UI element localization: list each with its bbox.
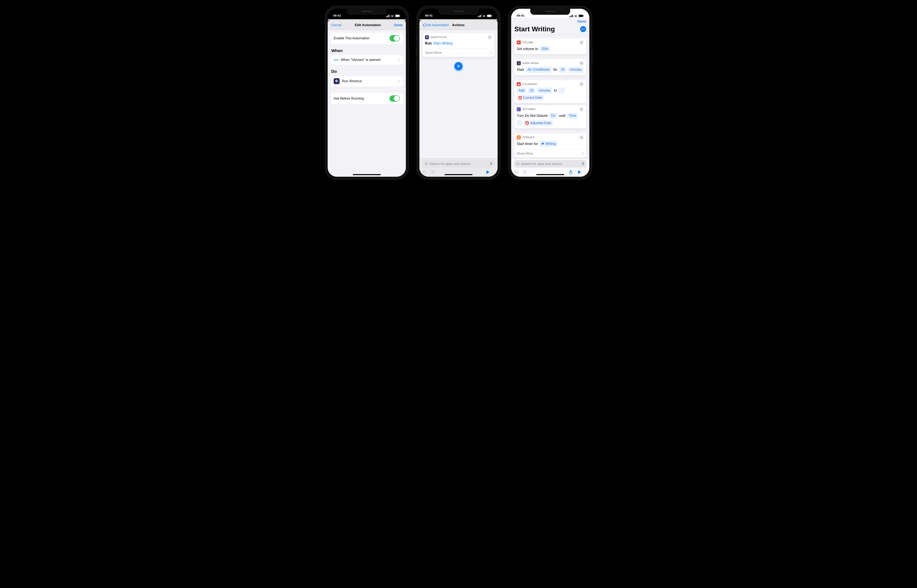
add-action-button[interactable]: + (454, 62, 463, 70)
label: Ask Before Running (334, 97, 387, 100)
done-button[interactable]: Done (394, 23, 403, 27)
search-input[interactable]: Search for apps and actions (514, 160, 586, 168)
calendar-icon (517, 82, 521, 86)
svg-rect-16 (491, 162, 492, 164)
battery-icon (487, 15, 492, 17)
undo-icon (514, 170, 518, 174)
duration-num[interactable]: 25 (559, 66, 567, 73)
status-icons (478, 15, 492, 17)
darknoise-sound[interactable]: Air Conditioner (526, 66, 552, 73)
run-shortcut-card[interactable]: SHORTCUTS ✕ Run Start Writing Show More (423, 33, 494, 57)
calendar-mini-icon (518, 96, 522, 99)
streaks-target[interactable]: Writing (539, 141, 558, 147)
redo-icon (523, 170, 527, 174)
dictation-icon[interactable] (582, 162, 584, 166)
svg-rect-7 (478, 16, 478, 17)
card-connector (550, 103, 551, 105)
remove-action-button[interactable]: ✕ (580, 40, 584, 45)
duration-unit[interactable]: minutes (568, 66, 584, 73)
remove-action-button[interactable]: ✕ (580, 107, 584, 111)
cal-num[interactable]: 25 (528, 87, 535, 94)
run-button[interactable] (486, 170, 495, 174)
volume-card[interactable]: VOLUME ✕ Set volume to 25% (514, 38, 586, 54)
svg-rect-13 (492, 15, 492, 16)
do-header: Do (331, 69, 402, 74)
chevron-left-icon (423, 23, 425, 27)
do-action-row[interactable]: Run Shortcut (331, 76, 403, 87)
svg-rect-20 (572, 15, 572, 17)
svg-rect-3 (389, 15, 389, 17)
svg-rect-2 (388, 15, 389, 17)
battery-icon (395, 15, 400, 17)
search-placeholder: Search for apps and actions (521, 162, 580, 166)
remove-action-button[interactable]: ✕ (580, 135, 584, 140)
dnd-time-word[interactable]: Time (567, 113, 578, 119)
svg-point-29 (518, 63, 519, 64)
adjusted-date-variable[interactable]: Adjusted Date (524, 120, 553, 126)
done-button[interactable]: Done (578, 19, 586, 24)
settings-card[interactable]: SETTINGS ✕ Turn Do Not Disturb On until … (514, 105, 586, 128)
svg-line-15 (427, 164, 428, 165)
content-edit-automation: Enable This Automation When ••• When “Ul… (328, 30, 406, 177)
svg-rect-38 (583, 162, 584, 164)
home-indicator[interactable] (353, 174, 381, 175)
remove-action-button[interactable]: ✕ (580, 61, 584, 65)
svg-rect-1 (387, 16, 387, 17)
navbar-actions: Edit Automation Actions (420, 20, 497, 30)
card-app-label: SHORTCUTS (431, 36, 447, 39)
phone-frame-1: 09:41 Cancel Edit Automation Done Enable… (325, 6, 408, 179)
svg-rect-5 (396, 15, 399, 17)
undo-button[interactable] (422, 170, 431, 174)
svg-line-37 (518, 164, 519, 165)
current-date-variable[interactable]: Current Date (517, 95, 544, 101)
dnd-empty-param[interactable] (517, 120, 522, 126)
remove-action-button[interactable]: ✕ (488, 35, 492, 39)
volume-value[interactable]: 25% (540, 46, 550, 52)
cal-unit[interactable]: minutes (537, 87, 552, 94)
calendar-card[interactable]: CALENDAR ✕ Add 25 minutes to Current Dat… (514, 80, 586, 103)
show-more-row[interactable]: Show More (514, 149, 586, 158)
svg-rect-24 (583, 15, 584, 16)
run-button[interactable] (578, 170, 586, 174)
content-shortcut: VOLUME ✕ Set volume to 25% DARK NOISE (511, 35, 589, 158)
share-button[interactable] (569, 170, 578, 174)
home-indicator[interactable] (536, 174, 564, 175)
enable-automation-toggle[interactable] (389, 35, 400, 42)
darknoise-card[interactable]: DARK NOISE ✕ Start Air Conditioner for 2… (514, 59, 586, 75)
home-indicator[interactable] (444, 174, 473, 175)
svg-point-25 (581, 29, 582, 29)
cal-empty-param[interactable] (559, 87, 565, 94)
volume-icon (517, 40, 521, 44)
chevron-right-icon (398, 80, 400, 82)
shortcuts-icon (425, 35, 429, 39)
wifi-icon (391, 15, 394, 17)
undo-button[interactable] (514, 170, 523, 174)
dnd-state[interactable]: On (549, 113, 557, 119)
search-input[interactable]: Search for apps and actions (422, 160, 495, 168)
redo-button[interactable] (523, 170, 531, 174)
show-more-row[interactable]: Show More (423, 48, 494, 57)
svg-rect-8 (479, 16, 479, 17)
svg-rect-33 (526, 123, 528, 124)
when-header: When (331, 48, 402, 53)
cal-add[interactable]: Add (517, 87, 526, 94)
cellular-icon (386, 15, 389, 17)
shortcut-menu-button[interactable] (580, 26, 586, 32)
back-button[interactable]: Edit Automation (423, 23, 449, 27)
streaks-card[interactable]: STREAKS ✕ Start timer for Writing Show M… (514, 133, 586, 158)
remove-action-button[interactable]: ✕ (580, 82, 584, 86)
shortcut-title: Start Writing (514, 25, 555, 33)
darknoise-icon (517, 61, 521, 65)
ask-before-running-toggle[interactable] (389, 95, 400, 102)
dictation-icon[interactable] (490, 162, 492, 166)
wifi-icon (483, 15, 486, 17)
run-target[interactable]: Start Writing (433, 41, 452, 46)
undo-icon (422, 170, 426, 174)
redo-button[interactable] (431, 170, 440, 174)
cancel-button[interactable]: Cancel (331, 23, 341, 27)
svg-point-26 (583, 29, 584, 29)
battery-icon (578, 15, 584, 17)
ask-before-running-row: Ask Before Running (331, 93, 403, 104)
when-condition-row[interactable]: ••• When “Ulysses” is opened (331, 55, 403, 65)
status-icons (569, 15, 584, 17)
